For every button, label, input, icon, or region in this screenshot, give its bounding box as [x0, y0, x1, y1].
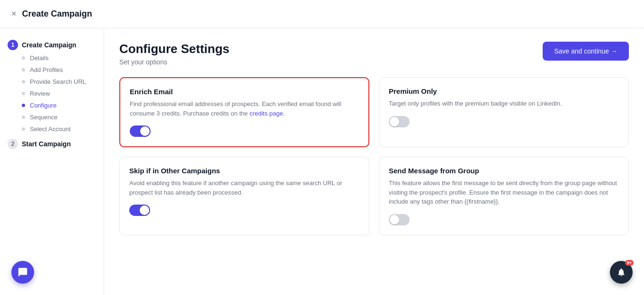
sequence-dot	[22, 116, 25, 119]
sidebar-item-add-profiles[interactable]: Add Profiles	[8, 64, 96, 76]
page-subtitle: Set your options	[119, 58, 230, 66]
credits-page-link[interactable]: credits page.	[250, 110, 285, 117]
sequence-label: Sequence	[30, 114, 58, 121]
sidebar-step2-section: 2 Start Campaign	[8, 139, 96, 149]
step1-label: Create Campaign	[22, 41, 76, 49]
skip-if-other-toggle[interactable]	[129, 205, 150, 216]
add-profiles-label: Add Profiles	[30, 66, 63, 73]
main-header: Configure Settings Set your options Save…	[119, 42, 629, 66]
send-message-group-toggle[interactable]	[389, 214, 410, 225]
provide-search-url-label: Provide Search URL	[30, 78, 86, 85]
select-account-label: Select Account	[30, 125, 71, 133]
details-dot	[22, 56, 25, 60]
send-message-group-toggle-thumb	[390, 215, 399, 224]
skip-if-other-card: Skip if in Other Campaigns Avoid enablin…	[119, 157, 369, 235]
provide-search-url-dot	[22, 80, 25, 83]
premium-only-toggle-thumb	[390, 117, 399, 126]
sidebar-item-configure[interactable]: Configure	[8, 99, 96, 111]
send-message-group-title: Send Message from Group	[389, 167, 619, 175]
layout: 1 Create Campaign Details Add Profiles P…	[0, 28, 644, 295]
select-account-dot	[22, 127, 25, 131]
configure-dot	[22, 104, 25, 107]
sidebar: 1 Create Campaign Details Add Profiles P…	[0, 28, 104, 295]
review-label: Review	[30, 90, 50, 97]
premium-only-toggle[interactable]	[389, 116, 410, 127]
sidebar-step1-section: 1 Create Campaign Details Add Profiles P…	[8, 40, 96, 135]
skip-if-other-toggle-thumb	[140, 206, 149, 215]
sidebar-step2: 2 Start Campaign	[8, 139, 96, 149]
notification-badge: 9+	[625, 260, 634, 266]
title-block: Configure Settings Set your options	[119, 42, 230, 66]
step1-badge: 1	[8, 40, 18, 50]
chat-bubble-button[interactable]	[11, 261, 34, 284]
enrich-email-desc: Find professional email addresses of pro…	[130, 99, 359, 118]
send-message-group-card: Send Message from Group This feature all…	[379, 157, 629, 235]
save-continue-button[interactable]: Save and continue →	[543, 42, 629, 61]
enrich-email-card: Enrich Email Find professional email add…	[119, 77, 369, 147]
step2-label: Start Campaign	[22, 140, 71, 148]
configure-label: Configure	[30, 102, 56, 109]
notification-bell-button[interactable]: 9+	[610, 261, 633, 284]
header: × Create Campaign	[0, 0, 644, 28]
sidebar-item-review[interactable]: Review	[8, 88, 96, 99]
premium-only-card: Premium Only Target only profiles with t…	[379, 77, 629, 147]
sidebar-item-details[interactable]: Details	[8, 52, 96, 64]
enrich-email-title: Enrich Email	[130, 88, 359, 96]
cards-grid: Enrich Email Find professional email add…	[119, 77, 629, 235]
page-title: Configure Settings	[119, 42, 230, 56]
close-button[interactable]: ×	[11, 9, 17, 19]
send-message-group-desc: This feature allows the first message to…	[389, 179, 619, 206]
sidebar-item-sequence[interactable]: Sequence	[8, 111, 96, 123]
sidebar-item-select-account[interactable]: Select Account	[8, 123, 96, 135]
enrich-email-toggle-thumb	[140, 126, 150, 136]
step2-badge: 2	[8, 139, 18, 149]
main-content: Configure Settings Set your options Save…	[104, 28, 644, 295]
review-dot	[22, 92, 25, 95]
skip-if-other-title: Skip if in Other Campaigns	[129, 167, 359, 175]
header-title: Create Campaign	[22, 9, 92, 19]
details-label: Details	[30, 54, 49, 62]
chat-icon	[18, 267, 28, 277]
premium-only-desc: Target only profiles with the premium ba…	[389, 99, 619, 108]
skip-if-other-desc: Avoid enabling this feature if another c…	[129, 179, 359, 197]
premium-only-title: Premium Only	[389, 87, 619, 95]
sidebar-step1: 1 Create Campaign	[8, 40, 96, 50]
add-profiles-dot	[22, 68, 25, 72]
bell-icon	[617, 268, 626, 277]
enrich-email-toggle[interactable]	[130, 125, 151, 137]
sidebar-item-provide-search-url[interactable]: Provide Search URL	[8, 76, 96, 88]
